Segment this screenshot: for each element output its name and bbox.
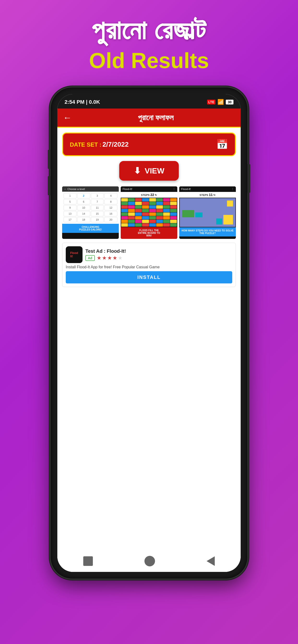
card1-header: ← Choose a level [62,186,119,192]
grid-cell: 8 [104,199,117,204]
grid-cell: 7 [91,199,104,204]
date-box: DATE SET : 2/7/2022 📅 [62,132,236,156]
back-nav-button[interactable] [144,556,155,566]
star-2: ★ [102,255,107,261]
grid-cell: 14 [77,211,90,216]
view-button[interactable]: ⬇ VIEW [119,161,179,181]
ad-badge: Ad [85,255,95,261]
view-button-label: VIEW [145,166,164,176]
notch [123,94,175,107]
grid-cell: 11 [91,205,104,210]
back-button[interactable]: ← [63,112,72,123]
card3-puzzle-area [180,198,235,227]
app-bar-title: পুরানো ফলাফল [77,113,235,122]
header-section: পুরানো রেজাল্ট Old Results [89,14,209,73]
card1-grid: 1 2 3 4 5 6 7 8 9 10 11 12 13 [62,192,119,224]
grid-cell: 20 [104,217,117,222]
status-time: 2:54 PM | 0.0K [65,99,100,105]
ad-top: FloodIt! Test Ad : Flood-It! Ad ★ ★ ★ ★ [66,246,232,263]
card-flood-fill: Flood-It! ⋮ STEPS 22 ↻ [121,186,177,239]
ad-description: Install Flood-It App for free! Free Popu… [66,265,232,269]
home-button[interactable] [83,556,93,566]
recents-button[interactable] [207,556,215,566]
date-label: DATE SET : [70,141,101,148]
phone-wrapper: 2:54 PM | 0.0K LTE 📶 30 ← পুরানো ফলাফল D… [51,88,247,590]
star-rating: ★ ★ ★ ★ ★ [97,255,123,261]
grid-cell: 16 [104,211,117,216]
date-info: DATE SET : 2/7/2022 [70,141,129,148]
star-4: ★ [112,255,117,261]
signal-icon: 📶 [217,99,224,105]
grid-cell: 6 [77,199,90,204]
volume-down-button [48,176,51,195]
card3-steps: STEPS 11 ↻ [179,192,236,198]
grid-cell: 13 [64,211,77,216]
grid-cell: 17 [64,217,77,222]
ad-title: Test Ad : Flood-It! [85,248,126,254]
star-3: ★ [107,255,112,261]
phone-shell: 2:54 PM | 0.0K LTE 📶 30 ← পুরানো ফলাফল D… [51,88,247,578]
ad-info: Test Ad : Flood-It! Ad ★ ★ ★ ★ ★ [85,248,126,261]
phone-screen: 2:54 PM | 0.0K LTE 📶 30 ← পুরানো ফলাফল D… [57,94,241,572]
card2-header: Flood-It! ⋮ [121,186,177,192]
card2-menu: ⋮ [173,188,175,191]
app-bar: ← পুরানো ফলাফল [57,108,241,128]
grid-cell: 9 [64,205,77,210]
bottom-nav-bar [57,553,241,572]
grid-cell: 18 [77,217,90,222]
card2-app-name: Flood-It! [123,188,132,191]
ad-app-icon: FloodIt! [66,246,83,263]
grid-cell: 5 [64,199,77,204]
battery-icon: 30 [226,100,233,104]
card1-footer: CHALLENGINGPUZZLES GALORE! [62,224,119,233]
ad-badge-row: Ad ★ ★ ★ ★ ★ [85,255,126,261]
grid-cell: 10 [77,205,90,210]
card3-menu: ⋮ [231,188,234,191]
grid-cell: 4 [104,193,117,198]
card2-footer: FLOOD FILL THEENTIRE BOARD TOWIN! [121,227,177,239]
grid-cell: 12 [104,205,117,210]
screen-content: DATE SET : 2/7/2022 📅 ⬇ VIEW ← Choose a [57,128,241,572]
card-steps-puzzle: Flood-It! ⋮ STEPS 11 ↻ [179,186,236,239]
card3-header: Flood-It! ⋮ [179,186,236,192]
status-icons: LTE 📶 30 [207,99,233,105]
screenshots-row: ← Choose a level 1 2 3 4 5 6 7 8 9 [62,186,236,239]
install-button[interactable]: INSTALL [66,271,232,284]
power-button [247,164,250,193]
grid-cell: 2 [77,193,90,198]
card2-steps: STEPS 22 ↻ [121,192,177,198]
bengali-title: পুরানো রেজাল্ট [89,14,209,46]
card-choose-level: ← Choose a level 1 2 3 4 5 6 7 8 9 [62,186,119,239]
grid-cell: 19 [91,217,104,222]
english-title: Old Results [89,48,209,73]
grid-cell: 1 [64,193,77,198]
calendar-icon[interactable]: 📅 [216,139,228,150]
ad-banner: FloodIt! Test Ad : Flood-It! Ad ★ ★ ★ ★ [62,243,236,287]
card1-back: ← Choose a level [64,188,85,190]
card3-footer: HOW MANY STEPS DO YOU NEED TO SOLVE THE … [179,227,236,236]
lte-badge: LTE [207,100,215,104]
grid-cell: 15 [91,211,104,216]
download-icon: ⬇ [134,166,141,176]
star-1: ★ [97,255,101,261]
volume-up-button [48,150,51,169]
grid-cell: 3 [91,193,104,198]
card3-app-name: Flood-It! [181,188,191,191]
date-value: 2/7/2022 [102,141,129,148]
star-5: ★ [118,255,123,261]
flood-grid-2 [121,198,177,227]
